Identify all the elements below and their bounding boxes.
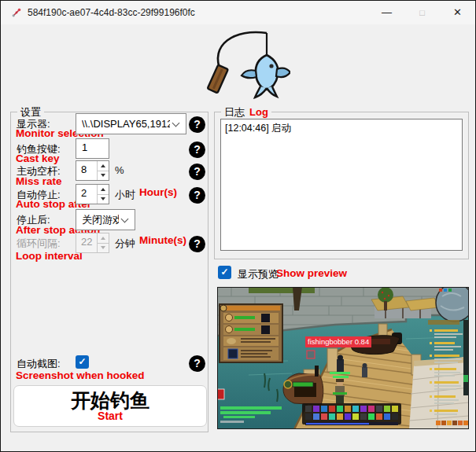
quest-panel <box>220 304 282 362</box>
log-label-cn: 日志 <box>224 106 245 118</box>
monitor-select-value: \\.\DISPLAY65,1912× <box>82 118 170 130</box>
auto-stop-spinner[interactable]: 2 <box>76 184 109 204</box>
npc-robed <box>337 355 344 374</box>
game-preview-image: fishingbobber 0.84 <box>217 287 469 429</box>
arrow-down-icon <box>101 174 105 177</box>
auto-stop-unit: 小时 <box>115 188 135 202</box>
miss-rate-unit: % <box>115 164 124 176</box>
screenshot-sublabel: Screenshot when hooked <box>16 369 145 381</box>
action-bar <box>302 403 401 425</box>
cast-key-sublabel: Cast key <box>16 153 60 164</box>
loop-interval-unit-en: Minute(s) <box>139 234 186 246</box>
arrow-up-icon <box>101 188 105 191</box>
bobber-marker <box>307 351 315 358</box>
npc-small <box>362 363 367 377</box>
fish-icon <box>242 55 290 97</box>
start-button-sublabel: Start <box>98 410 123 422</box>
miss-rate-sublabel: Miss rate <box>16 175 62 187</box>
miss-rate-spinner[interactable]: 8 <box>76 160 109 181</box>
loop-interval-sublabel: Loop interval <box>16 250 83 262</box>
arrow-up-icon <box>101 164 105 167</box>
log-group-label: 日志Log <box>221 105 271 119</box>
show-preview-checkbox[interactable]: ✓ <box>218 266 231 279</box>
miss-rate-value: 8 <box>76 161 97 180</box>
auto-stop-down-button[interactable] <box>98 195 109 204</box>
show-preview-sublabel: Show preview <box>276 267 347 279</box>
fishing-bobber-label: fishingbobber 0.84 <box>305 336 371 347</box>
loop-interval-spinner: 22 <box>76 233 109 253</box>
chevron-down-icon <box>172 119 180 127</box>
screenshot-checkbox[interactable]: ✓ <box>76 355 89 369</box>
window-title: 584f190c-ae07-4c4d-83cc-29f99196f0fc <box>28 7 195 18</box>
loop-interval-down-button <box>98 244 109 253</box>
close-button[interactable]: ✕ <box>440 1 475 24</box>
miss-rate-up-button[interactable] <box>98 161 109 171</box>
arrow-down-icon <box>101 197 105 200</box>
arrow-down-icon <box>101 246 105 249</box>
maximize-button[interactable]: □ <box>404 1 440 24</box>
after-stop-select-value: 关闭游戏 <box>82 213 119 227</box>
miss-rate-help-icon[interactable]: ? <box>189 164 205 180</box>
loop-interval-help-icon[interactable]: ? <box>189 236 205 252</box>
loop-interval-unit: 分钟 <box>115 237 135 251</box>
start-button[interactable]: 开始钓鱼 Start <box>13 385 207 427</box>
hotkey-badge <box>217 389 224 399</box>
auto-stop-help-icon[interactable]: ? <box>189 187 205 204</box>
fishing-rod-logo-icon <box>188 25 290 99</box>
app-icon <box>10 6 23 19</box>
loop-interval-up-button <box>98 233 109 244</box>
start-button-label: 开始钓鱼 <box>71 390 149 410</box>
side-panel-strip <box>463 320 469 395</box>
app-window: 584f190c-ae07-4c4d-83cc-29f99196f0fc — □… <box>0 0 476 452</box>
auto-stop-value: 2 <box>76 185 97 204</box>
game-scene <box>217 287 469 429</box>
loop-interval-label: 循环间隔: <box>17 237 61 251</box>
auto-stop-unit-en: Hour(s) <box>139 186 177 198</box>
show-preview-label: 显示预览 <box>238 267 279 281</box>
log-entry: [12:04:46] 启动 <box>225 122 458 135</box>
log-textarea[interactable]: [12:04:46] 启动 <box>220 119 463 251</box>
tree-foliage <box>249 287 315 293</box>
title-bar[interactable]: 584f190c-ae07-4c4d-83cc-29f99196f0fc — □… <box>1 1 475 24</box>
chevron-down-icon <box>121 215 129 222</box>
monitor-select[interactable]: \\.\DISPLAY65,1912× <box>76 113 186 134</box>
miss-rate-down-button[interactable] <box>98 171 109 181</box>
loop-interval-value: 22 <box>76 233 97 252</box>
cast-key-help-icon[interactable]: ? <box>189 141 205 158</box>
log-label-en: Log <box>249 106 268 118</box>
stone-structure <box>409 356 469 429</box>
after-stop-select[interactable]: 关闭游戏 <box>76 209 135 230</box>
arrow-up-icon <box>101 237 105 240</box>
cast-key-input[interactable]: 1 <box>76 138 109 159</box>
auto-stop-up-button[interactable] <box>98 185 109 195</box>
screenshot-help-icon[interactable]: ? <box>189 355 205 372</box>
monitor-help-icon[interactable]: ? <box>189 116 205 133</box>
minimize-button[interactable]: — <box>369 1 404 24</box>
